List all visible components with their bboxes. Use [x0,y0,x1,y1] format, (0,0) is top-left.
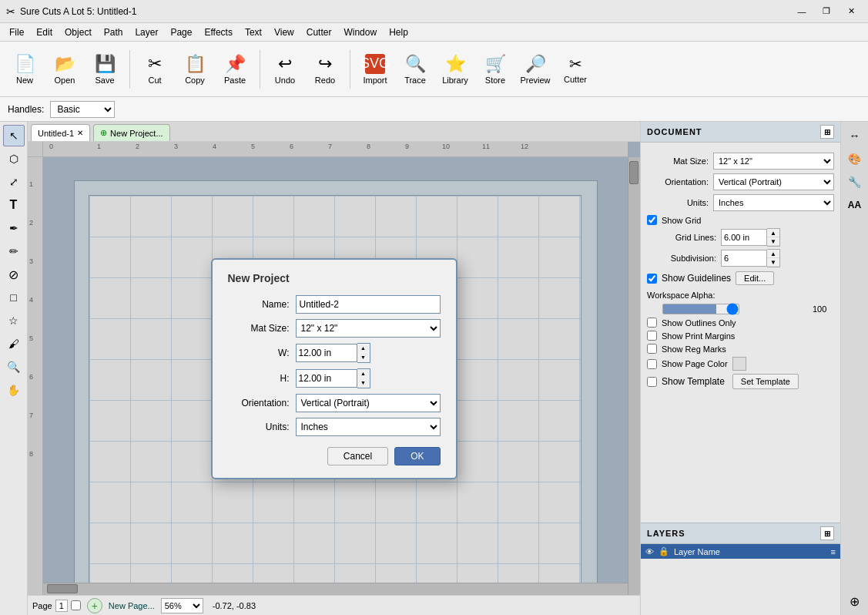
menu-page[interactable]: Page [164,25,198,39]
dialog-h-up[interactable]: ▲ [357,369,370,378]
show-print-margins-row: Show Print Margins [647,331,834,341]
zoom-select[interactable]: 25% 50% 56% 75% 100% 150% 200% [161,598,203,613]
open-button[interactable]: 📂 Open [46,46,83,92]
copy-button[interactable]: 📋 Copy [176,46,213,92]
show-template-checkbox[interactable] [647,377,657,387]
page-checkbox[interactable] [71,600,81,610]
tab-untitled1-close[interactable]: ✕ [77,129,83,137]
tool-eraser[interactable]: ⊘ [3,264,25,285]
right-icon-move[interactable]: ↔ [844,125,866,146]
right-icon-layers[interactable]: ⊕ [844,590,866,612]
grid-lines-down[interactable]: ▼ [767,237,779,246]
dialog-w-up[interactable]: ▲ [357,344,370,353]
show-grid-checkbox[interactable] [647,215,657,225]
new-button[interactable]: 📄 New [6,46,43,92]
show-print-margins-checkbox[interactable] [647,331,657,341]
show-guidelines-checkbox[interactable] [647,274,657,284]
tool-pen[interactable]: ✒ [3,217,25,239]
dialog-cancel-button[interactable]: Cancel [327,447,388,465]
dialog-matsize-select[interactable]: 12" x 12" 12" x 24" 24" x 24" [296,319,441,338]
right-icon-settings[interactable]: 🔧 [844,171,866,193]
close-button[interactable]: ✕ [840,4,862,19]
tab-untitled1[interactable]: Untitled-1 ✕ [31,124,90,141]
show-reg-marks-label[interactable]: Show Reg Marks [662,344,726,354]
show-page-color-label[interactable]: Show Page Color [662,359,728,368]
show-outlines-label[interactable]: Show Outlines Only [662,318,736,328]
tool-hand[interactable]: ✋ [3,379,25,401]
tool-rectangle[interactable]: □ [3,287,25,308]
show-page-color-checkbox[interactable] [647,359,657,369]
menu-cutter[interactable]: Cutter [300,25,338,39]
subdivision-input[interactable] [721,250,767,267]
dialog-orientation-label: Orientation: [228,398,290,408]
tool-pencil[interactable]: ✏ [3,240,25,262]
orientation-select[interactable]: Vertical (Portrait) Horizontal (Landscap… [713,173,834,190]
show-template-label[interactable]: Show Template [662,376,725,387]
undo-button[interactable]: ↩ Undo [266,46,303,92]
minimize-button[interactable]: — [791,4,813,19]
handles-select[interactable]: Basic Advanced None [50,101,115,118]
layer-menu-icon[interactable]: ≡ [831,547,836,556]
tool-text[interactable]: T [3,194,25,216]
store-button[interactable]: 🛒 Store [477,46,514,92]
grid-lines-input[interactable] [721,229,767,246]
page-color-swatch[interactable] [732,357,746,371]
dialog-orientation-select[interactable]: Vertical (Portrait) Horizontal (Landscap… [296,394,441,412]
show-reg-marks-checkbox[interactable] [647,344,657,354]
menu-file[interactable]: File [3,25,30,39]
maximize-button[interactable]: ❐ [816,4,837,19]
tool-select[interactable]: ↖ [3,125,25,146]
units-select[interactable]: Inches Centimeters Millimeters [713,194,834,211]
alpha-slider[interactable] [662,304,739,314]
menu-layer[interactable]: Layer [129,25,164,39]
trace-button[interactable]: 🔍 Trace [397,46,434,92]
menu-view[interactable]: View [268,25,300,39]
canvas-inner[interactable]: 0 1 2 3 4 5 6 7 8 9 10 11 12 1 2 [28,142,640,595]
redo-button[interactable]: ↪ Redo [307,46,344,92]
preview-button[interactable]: 🔎 Preview [517,46,554,92]
library-button[interactable]: ⭐ Library [437,46,474,92]
cutter-button[interactable]: ✂ Cutter [557,46,594,92]
dialog-name-input[interactable] [296,295,441,314]
grid-lines-up[interactable]: ▲ [767,229,779,237]
new-page-label[interactable]: New Page... [109,601,155,610]
paste-button[interactable]: 📌 Paste [216,46,253,92]
layers-expand-btn[interactable]: ⊞ [820,526,834,540]
right-icon-color[interactable]: 🎨 [844,148,866,170]
dialog-w-down[interactable]: ▼ [357,353,370,362]
tool-shape[interactable]: ☆ [3,310,25,331]
menu-window[interactable]: Window [337,25,383,39]
show-outlines-checkbox[interactable] [647,318,657,328]
subdivision-down[interactable]: ▼ [767,258,779,267]
edit-guidelines-button[interactable]: Edit... [736,271,774,285]
tool-node[interactable]: ⬡ [3,148,25,170]
menu-help[interactable]: Help [383,25,414,39]
show-grid-label[interactable]: Show Grid [662,216,701,225]
menu-effects[interactable]: Effects [198,25,238,39]
right-icon-font[interactable]: AA [844,194,866,216]
show-print-margins-label[interactable]: Show Print Margins [662,331,735,341]
tool-transform[interactable]: ⤢ [3,171,25,193]
workspace-alpha-section: Workspace Alpha: [647,290,834,301]
tool-paint[interactable]: 🖌 [3,333,25,355]
show-guidelines-label[interactable]: Show Guidelines [662,273,731,284]
cut-button[interactable]: ✂ Cut [136,46,173,92]
tool-zoom[interactable]: 🔍 [3,356,25,378]
set-template-button[interactable]: Set Template [732,374,799,389]
dialog-ok-button[interactable]: OK [394,447,440,465]
save-button[interactable]: 💾 Save [86,46,123,92]
menu-edit[interactable]: Edit [30,25,59,39]
subdivision-up[interactable]: ▲ [767,250,779,258]
menu-text[interactable]: Text [239,25,268,39]
dialog-units-select[interactable]: Inches Centimeters Millimeters [296,418,441,436]
dialog-w-input[interactable] [296,344,357,362]
menu-path[interactable]: Path [98,25,129,39]
document-panel-expand[interactable]: ⊞ [820,125,834,139]
tab-new-project[interactable]: ⊕ New Project... [93,124,169,141]
menu-object[interactable]: Object [59,25,98,39]
dialog-h-down[interactable]: ▼ [357,378,370,388]
mat-size-select[interactable]: 12" x 12" 12" x 24" 24" x 24" [713,153,834,170]
dialog-h-input[interactable] [296,369,357,388]
import-button[interactable]: SVG Import [357,46,394,92]
new-page-button[interactable]: + [87,598,102,613]
